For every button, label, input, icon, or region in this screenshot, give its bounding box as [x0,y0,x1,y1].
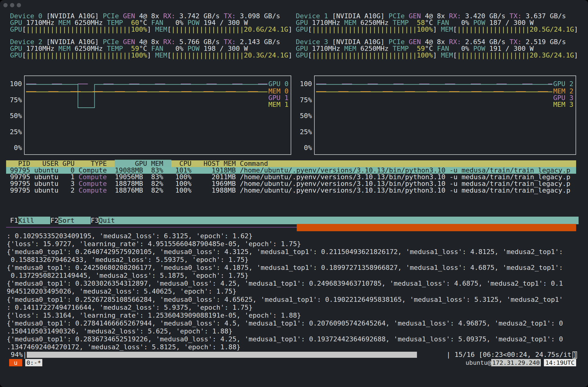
tqdm-progress-fill [27,352,417,358]
text-segment: 20.3G/24.1G [244,51,288,59]
process-row-text: 99795 ubuntu 3 Compute 18878MB 82% 100% … [10,180,570,187]
chart-y-label: 25% [300,129,312,135]
text-segment: ] [433,26,441,33]
process-table-header: PID USER GPU TYPE GPU MEM CPU HOST MEM C… [6,160,576,167]
log-line: {'loss': 15.3164, 'learning_rate': 1.253… [7,312,301,319]
process-row[interactable]: 99795 ubuntu 2 Compute 18876MB 82% 100% … [6,187,576,194]
text-segment: 99795 ubuntu 2 [10,187,79,194]
text-segment: [ [167,51,171,59]
clock-label: 14:19UTC [544,359,576,366]
log-line: {'medusa0_top1': 0.25267285108566284, 'm… [7,296,563,303]
text-segment: MEM [155,51,167,59]
tmux-window-tab[interactable]: 0:-* [25,359,42,366]
text-segment: [ [167,26,171,33]
tmux-status-right: ubuntu@172.31.29.240 14:19UTC [466,359,576,366]
process-row[interactable]: 99795 ubuntu 0 Compute 19088MB 83% 101% … [6,167,576,174]
terminal-cursor: ] [572,351,577,359]
log-line: 9645120203495026, 'medusa2_loss': 5.4062… [7,288,236,295]
log-line: 0.13729508221149445, 'medusa2_loss': 5.1… [7,272,249,279]
log-line: .13474692404270172, 'medusa2_loss': 5.81… [7,343,240,351]
chart-left-y-axis: 10075%50%25%0% [6,75,22,155]
minimize-button[interactable] [10,3,14,7]
tmux-session-badge[interactable]: u [9,359,22,366]
text-segment: Quit [99,217,578,224]
device-2-info-line: Device 2 [NVIDIA A10G] PCIe GEN 4@ 8x RX… [10,39,280,45]
orange-progress-block [297,224,576,231]
text-segment: MEM [441,26,453,33]
device-1-info-line: Device 1 [NVIDIA A10G] PCIe GEN 4@ 8x RX… [296,13,566,19]
log-line: {'medusa0_top1': 0.27841466665267944, 'm… [7,320,563,327]
text-segment: [ [22,26,26,33]
text-segment: |||||||||||||||||| [457,26,530,33]
pane-divider[interactable] [6,227,297,228]
device-1-bars-line: GPU[||||||||||||||||||||||||||100%] MEM[… [296,26,578,33]
device-0-bars-line: GPU[||||||||||||||||||||||||||100%] MEM[… [10,26,292,33]
log-line: {'medusa0_top1': 0.3203026354312897, 'me… [7,280,563,287]
chart-y-label: 25% [10,129,22,135]
training-log-pane: : 0.10295335203409195, 'medusa2_loss': 6… [0,232,588,348]
fkey-bar[interactable]: F1Kill F2Sort F3Quit [6,217,576,224]
text-segment: GPU [10,51,22,59]
text-segment: ] [574,51,578,59]
text-segment: |||||||||||||||||| [171,51,244,59]
device-3-info-line: Device 3 [NVIDIA A10G] PCIe GEN 4@ 8x RX… [296,39,566,45]
zoom-button[interactable] [17,3,21,7]
process-row-text: 99795 ubuntu 1 Compute 19056MB 83% 100% … [10,174,570,180]
host-user-label: ubuntu@ [466,359,491,366]
process-row[interactable]: 99795 ubuntu 1 Compute 19056MB 83% 100% … [6,174,576,180]
log-line: {'loss': 15.9727, 'learning_rate': 4.951… [7,240,301,248]
text-segment: 18876MB 82% 100% 1988MB /home/ubuntu/.py… [107,187,570,194]
text-segment: [ [453,26,457,33]
text-segment: |||||||||||||||||||||||||| [312,26,417,33]
text-segment: 20.6G/24.1G [244,26,288,33]
chart-y-label: 75% [300,97,312,103]
text-segment: |||||||||||||||||||||||||| [26,51,131,59]
fkey-bar-text[interactable]: F1Kill F2Sort F3Quit [10,217,579,224]
text-segment: ] [288,26,292,33]
process-row-text: 99795 ubuntu 2 Compute 18876MB 82% 100% … [10,187,570,194]
text-segment: |||||||||||||||||| [457,51,530,59]
chart-right-y-axis: 10075%50%25%0% [296,75,312,155]
text-segment: GPU [10,26,22,33]
device-0-info-line: Device 0 [NVIDIA A10G] PCIe GEN 4@ 8x RX… [10,13,280,19]
text-segment: ] [147,26,155,33]
text-segment: 100% [417,26,433,33]
text-segment: |||||||||||||||||||||||||| [312,51,417,59]
process-table-header-text: PID USER GPU TYPE GPU MEM CPU HOST MEM C… [10,160,268,167]
chart-series-gpu-0 [26,85,289,108]
text-segment: [ [308,51,312,59]
text-segment: MEM [155,26,167,33]
process-row[interactable]: 99795 ubuntu 3 Compute 18878MB 82% 100% … [6,180,576,187]
text-segment: F2 [50,217,58,224]
chart-y-label: 100 [300,81,312,87]
device-3-bars-line: GPU[||||||||||||||||||||||||||100%] MEM[… [296,52,578,59]
text-segment: 100% [417,51,433,59]
chart-y-label: 50% [10,113,22,119]
text-segment: F3 [91,217,99,224]
device-2-clock-line: GPU 1710MHz MEM 6250MHz TEMP 59°C FAN 0%… [10,45,248,52]
gpu-history-chart-0-1 [24,75,291,155]
text-segment: [ [308,26,312,33]
tqdm-stats-label: | 15/16 [06:23<00:24, 24.75s/it] [446,351,577,359]
text-segment: 100% [131,51,147,59]
chart-y-label: 100 [10,81,22,87]
text-segment: ] [574,26,578,33]
text-segment: ] [433,51,441,59]
close-button[interactable] [3,3,8,7]
text-segment: Kill [18,217,51,224]
text-segment: 20.5G/24.1G [530,26,574,33]
text-segment: [ [22,51,26,59]
chart-y-label: 75% [10,97,22,103]
device-1-clock-line: GPU 1710MHz MEM 6250MHz TEMP 58°C FAN 0%… [296,19,534,26]
tqdm-stats-text: | 15/16 [06:23<00:24, 24.75s/it [446,351,572,358]
log-line: {'medusa0_top1': 0.24250680208206177, 'm… [7,264,563,271]
log-line: 0.1588132679462433, 'medusa2_loss': 5.59… [7,256,249,263]
text-segment: Compute [79,187,107,194]
chart-y-label: 0% [14,145,22,151]
log-line: : 0.14117227494716644, 'medusa2_loss': 5… [7,304,253,311]
text-segment: |||||||||||||||||| [171,26,244,33]
host-ip-badge: 172.31.29.240 [491,359,541,366]
text-segment: [ [453,51,457,59]
text-segment: ] [147,51,155,59]
terminal-window: Device 0 [NVIDIA A10G] PCIe GEN 4@ 8x RX… [0,0,588,387]
